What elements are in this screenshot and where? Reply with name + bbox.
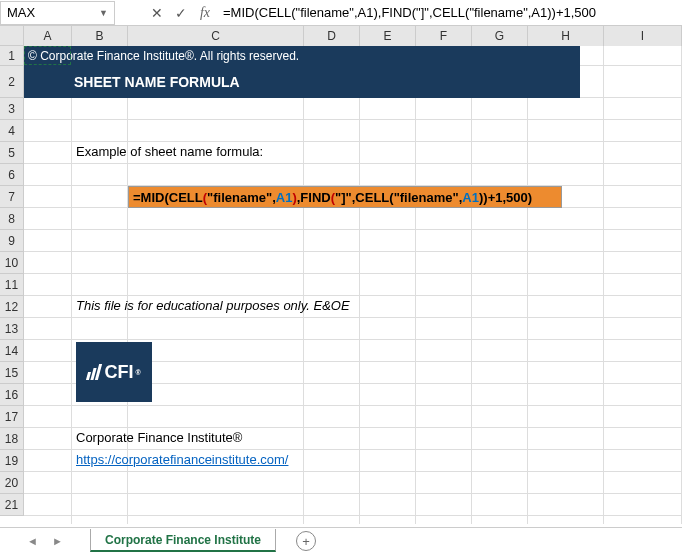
company-url-link[interactable]: https://corporatefinanceinstitute.com/	[76, 452, 288, 467]
row-header-8[interactable]: 8	[0, 208, 24, 230]
sheet-tab-active[interactable]: Corporate Finance Institute	[90, 529, 276, 552]
col-header-b[interactable]: B	[72, 26, 128, 46]
row-header-18[interactable]: 18	[0, 428, 24, 450]
banner-copyright: © Corporate Finance Institute®. All righ…	[24, 46, 580, 66]
tab-nav-prev-icon[interactable]: ◄	[27, 535, 38, 547]
row-header-9[interactable]: 9	[0, 230, 24, 252]
fx-icon[interactable]: fx	[193, 1, 217, 25]
formula-display-cell[interactable]: =MID(CELL("filename",A1),FIND("]",CELL("…	[128, 186, 562, 208]
select-all-corner[interactable]	[0, 26, 24, 46]
row-header-21[interactable]: 21	[0, 494, 24, 516]
col-header-g[interactable]: G	[472, 26, 528, 46]
cancel-icon[interactable]: ✕	[145, 1, 169, 25]
row-header-17[interactable]: 17	[0, 406, 24, 428]
example-label: Example of sheet name formula:	[76, 144, 263, 159]
chevron-down-icon[interactable]: ▼	[99, 8, 108, 18]
tab-nav-next-icon[interactable]: ►	[52, 535, 63, 547]
row-header-7[interactable]: 7	[0, 186, 24, 208]
col-header-d[interactable]: D	[304, 26, 360, 46]
col-header-a[interactable]: A	[24, 26, 72, 46]
row-header-1[interactable]: 1	[0, 46, 24, 66]
name-box-value: MAX	[7, 5, 35, 20]
row-header-2[interactable]: 2	[0, 66, 24, 98]
banner-title: SHEET NAME FORMULA	[24, 66, 580, 98]
row-header-5[interactable]: 5	[0, 142, 24, 164]
row-header-4[interactable]: 4	[0, 120, 24, 142]
disclaimer-text: This file is for educational purposes on…	[76, 298, 350, 313]
row-header-12[interactable]: 12	[0, 296, 24, 318]
row-header-14[interactable]: 14	[0, 340, 24, 362]
add-sheet-button[interactable]: +	[296, 531, 316, 551]
accept-icon[interactable]: ✓	[169, 1, 193, 25]
spreadsheet-grid[interactable]: ABCDEFGHI 123456789101112131415161718192…	[0, 26, 682, 526]
row-header-15[interactable]: 15	[0, 362, 24, 384]
row-header-6[interactable]: 6	[0, 164, 24, 186]
col-header-h[interactable]: H	[528, 26, 604, 46]
row-header-3[interactable]: 3	[0, 98, 24, 120]
name-box[interactable]: MAX ▼	[0, 1, 115, 25]
row-header-16[interactable]: 16	[0, 384, 24, 406]
row-header-20[interactable]: 20	[0, 472, 24, 494]
formula-bar-input[interactable]: =MID(CELL("filename",A1),FIND("]",CELL("…	[217, 1, 682, 25]
row-header-10[interactable]: 10	[0, 252, 24, 274]
cfi-logo: CFI®	[76, 342, 152, 402]
row-header-11[interactable]: 11	[0, 274, 24, 296]
col-header-i[interactable]: I	[604, 26, 682, 46]
company-name: Corporate Finance Institute®	[76, 430, 242, 445]
row-header-13[interactable]: 13	[0, 318, 24, 340]
col-header-e[interactable]: E	[360, 26, 416, 46]
sheet-tab-bar: ◄ ► Corporate Finance Institute +	[0, 527, 682, 554]
row-header-19[interactable]: 19	[0, 450, 24, 472]
col-header-c[interactable]: C	[128, 26, 304, 46]
logo-bars-icon	[87, 364, 100, 380]
col-header-f[interactable]: F	[416, 26, 472, 46]
